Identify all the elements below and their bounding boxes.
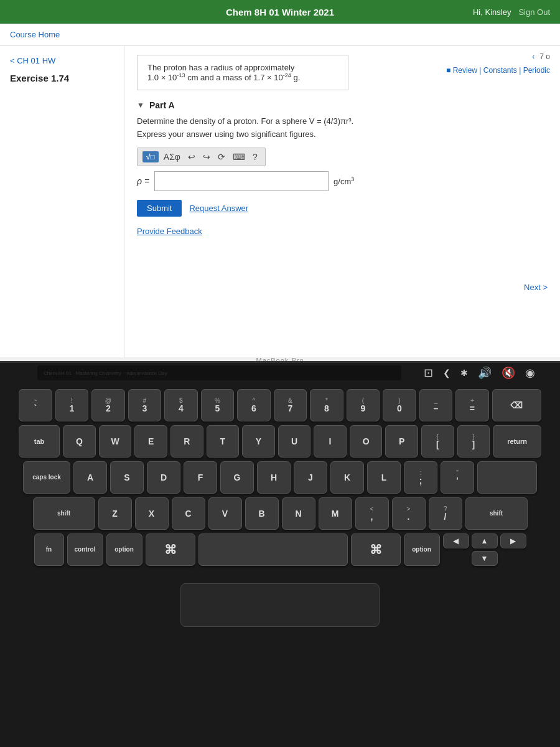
key-fn[interactable]: fn [34, 533, 64, 566]
redo-icon[interactable]: ↪ [200, 151, 213, 163]
math-toolbar: √□ AΣφ ↩ ↪ ⟳ ⌨ ? [137, 148, 266, 166]
key-v[interactable]: V [208, 497, 242, 530]
brightness-icon[interactable]: ❮ [443, 368, 450, 378]
key-quote[interactable]: "' [441, 461, 474, 494]
number-row: ~` !1 @2 #3 $4 %5 ^6 &7 *8 (9 )0 _– += ⌫ [19, 389, 541, 421]
sign-out-link[interactable]: Sign Out [518, 7, 550, 17]
key-o[interactable]: O [350, 425, 383, 458]
key-period[interactable]: >. [392, 497, 426, 530]
asterisk-icon[interactable]: ✱ [460, 368, 468, 378]
key-m[interactable]: M [319, 497, 352, 530]
part-section: ▼ Part A Determine the density of a prot… [137, 100, 411, 236]
zxcv-row: shift Z X C V B N M <, >. ?/ shift [19, 497, 541, 530]
key-9[interactable]: (9 [347, 389, 380, 421]
key-minus[interactable]: _– [419, 389, 453, 421]
key-8[interactable]: *8 [310, 389, 343, 421]
key-6[interactable]: ^6 [237, 389, 271, 421]
reset-icon[interactable]: ⟳ [215, 151, 228, 163]
siri-icon[interactable]: ◉ [525, 366, 535, 380]
key-backtick[interactable]: ~` [19, 389, 52, 421]
key-caps[interactable]: caps lock [23, 461, 70, 494]
bottom-row: fn control option ⌘ ⌘ option ◀ ▲ ▼ ▶ [19, 533, 541, 566]
key-arrow-up[interactable]: ▲ [472, 533, 498, 548]
key-tab[interactable]: tab [19, 425, 60, 458]
key-7[interactable]: &7 [274, 389, 307, 421]
greek-icon[interactable]: AΣφ [161, 151, 183, 163]
key-return2[interactable] [477, 461, 537, 494]
submit-button[interactable]: Submit [137, 200, 182, 217]
key-3[interactable]: #3 [128, 389, 162, 421]
volume-icon[interactable]: 🔊 [478, 366, 492, 380]
page-prev-icon[interactable]: ‹ [532, 52, 534, 61]
key-comma[interactable]: <, [355, 497, 389, 530]
help-icon[interactable]: ? [250, 151, 260, 163]
key-h[interactable]: H [257, 461, 291, 494]
key-f[interactable]: F [184, 461, 217, 494]
review-link[interactable]: ■ Review | Constants | Periodic [433, 66, 550, 75]
part-label: Part A [149, 100, 175, 110]
keyboard-icon[interactable]: ⌨ [230, 151, 248, 163]
key-control[interactable]: control [67, 533, 103, 566]
key-0[interactable]: )0 [383, 389, 416, 421]
key-arrow-right[interactable]: ▶ [500, 533, 526, 548]
key-5[interactable]: %5 [201, 389, 235, 421]
key-k[interactable]: K [330, 461, 364, 494]
key-g[interactable]: G [220, 461, 254, 494]
key-semicolon[interactable]: :; [404, 461, 437, 494]
key-y[interactable]: Y [242, 425, 275, 458]
touch-bar-content: Chem 8H 01 · Mastering Chemistry · Indep… [44, 370, 167, 376]
key-d[interactable]: D [147, 461, 180, 494]
key-option-right[interactable]: option [404, 533, 440, 566]
key-c[interactable]: C [172, 497, 205, 530]
key-p[interactable]: P [385, 425, 418, 458]
key-2[interactable]: @2 [91, 389, 125, 421]
key-w[interactable]: W [99, 425, 132, 458]
back-link[interactable]: < CH 01 HW [10, 56, 114, 65]
key-arrow-down[interactable]: ▼ [472, 551, 498, 566]
request-answer-button[interactable]: Request Answer [189, 204, 248, 213]
key-s[interactable]: S [110, 461, 144, 494]
key-e[interactable]: E [134, 425, 167, 458]
key-x[interactable]: X [135, 497, 169, 530]
key-b[interactable]: B [245, 497, 279, 530]
key-i[interactable]: I [314, 425, 347, 458]
key-z[interactable]: Z [98, 497, 132, 530]
key-arrow-left[interactable]: ◀ [443, 533, 469, 548]
key-spacebar[interactable] [198, 533, 348, 566]
trackpad[interactable] [180, 583, 380, 627]
key-return[interactable]: return [493, 425, 541, 458]
key-j[interactable]: J [294, 461, 327, 494]
key-l[interactable]: L [367, 461, 401, 494]
key-shift-left[interactable]: shift [33, 497, 95, 530]
key-t[interactable]: T [207, 425, 240, 458]
key-command-left[interactable]: ⌘ [146, 533, 195, 566]
top-bar: Chem 8H 01 Winter 2021 Hi, Kinsley Sign … [0, 0, 560, 24]
math-sqrt-button[interactable]: √□ [142, 151, 159, 162]
provide-feedback-link[interactable]: Provide Feedback [137, 227, 411, 236]
undo-icon[interactable]: ↩ [185, 151, 198, 163]
key-n[interactable]: N [282, 497, 315, 530]
next-button[interactable]: Next > [524, 283, 548, 292]
greeting: Hi, Kinsley [473, 7, 511, 17]
key-u[interactable]: U [278, 425, 311, 458]
key-option-left[interactable]: option [106, 533, 142, 566]
mute-icon[interactable]: 🔇 [502, 366, 515, 380]
key-1[interactable]: !1 [55, 389, 89, 421]
key-bracket-left[interactable]: {[ [421, 425, 454, 458]
key-equals[interactable]: += [455, 389, 489, 421]
key-a[interactable]: A [73, 461, 107, 494]
part-collapse-icon[interactable]: ▼ [137, 101, 144, 110]
key-command-right[interactable]: ⌘ [351, 533, 401, 566]
screenshot-icon[interactable]: ⊡ [424, 366, 433, 380]
key-bracket-right[interactable]: }] [457, 425, 490, 458]
course-home-link[interactable]: Course Home [10, 30, 60, 39]
arrow-top-row: ◀ ▲ ▼ ▶ [443, 533, 526, 566]
keyboard: ~` !1 @2 #3 $4 %5 ^6 &7 *8 (9 )0 _– += ⌫… [0, 383, 560, 578]
key-4[interactable]: $4 [164, 389, 198, 421]
key-r[interactable]: R [170, 425, 203, 458]
answer-input[interactable] [154, 171, 329, 191]
key-slash[interactable]: ?/ [429, 497, 462, 530]
key-q[interactable]: Q [63, 425, 96, 458]
key-backspace[interactable]: ⌫ [492, 389, 541, 421]
key-shift-right[interactable]: shift [465, 497, 528, 530]
